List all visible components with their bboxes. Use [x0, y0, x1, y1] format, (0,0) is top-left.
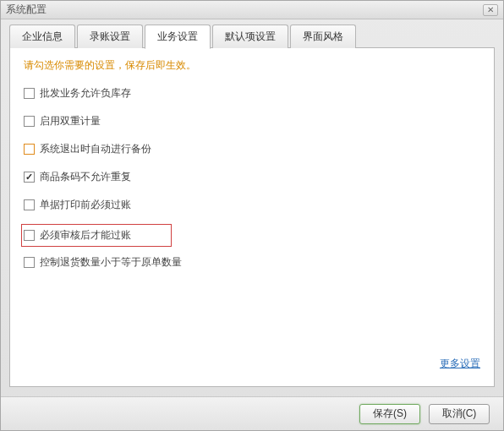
close-icon: ✕	[487, 5, 494, 14]
close-button[interactable]: ✕	[483, 4, 498, 16]
content-panel: 请勾选你需要的设置，保存后即生效。 批发业务允许负库存 启用双重计量 系统退出时…	[9, 47, 495, 387]
more-settings-link[interactable]: 更多设置	[24, 357, 480, 376]
checkbox-print-post[interactable]	[24, 199, 35, 210]
option-negative-stock: 批发业务允许负库存	[24, 85, 480, 102]
checkbox-barcode-unique[interactable]	[24, 172, 35, 183]
tab-company-info[interactable]: 企业信息	[9, 25, 75, 48]
system-config-window: 系统配置 ✕ 企业信息 录账设置 业务设置 默认项设置 界面风格 请勾选你需要的…	[0, 0, 504, 431]
cancel-button[interactable]: 取消(C)	[429, 404, 490, 424]
instruction-text: 请勾选你需要的设置，保存后即生效。	[24, 58, 480, 73]
tab-default-settings[interactable]: 默认项设置	[212, 25, 288, 48]
option-print-post: 单据打印前必须过账	[24, 196, 480, 214]
option-label: 控制退货数量小于等于原单数量	[40, 255, 182, 270]
checkbox-return-qty[interactable]	[24, 257, 35, 268]
checkbox-auto-backup[interactable]	[24, 144, 35, 155]
footer-bar: 保存(S) 取消(C)	[1, 396, 503, 430]
checkbox-negative-stock[interactable]	[24, 88, 35, 99]
tab-bar: 企业信息 录账设置 业务设置 默认项设置 界面风格	[1, 19, 503, 48]
tab-entry-settings[interactable]: 录账设置	[77, 25, 143, 48]
option-label: 必须审核后才能过账	[40, 228, 131, 243]
option-label: 单据打印前必须过账	[40, 198, 131, 212]
tab-business-settings[interactable]: 业务设置	[145, 25, 211, 49]
option-audit-post: 必须审核后才能过账	[21, 224, 172, 247]
titlebar: 系统配置 ✕	[1, 1, 503, 19]
checkbox-audit-post[interactable]	[24, 230, 35, 241]
window-title: 系统配置	[6, 3, 47, 17]
option-label: 启用双重计量	[40, 114, 101, 128]
option-label: 批发业务允许负库存	[40, 86, 131, 101]
options-list: 批发业务允许负库存 启用双重计量 系统退出时自动进行备份 商品条码不允许重复 单	[24, 85, 480, 357]
option-label: 系统退出时自动进行备份	[40, 142, 151, 156]
checkbox-dual-measure[interactable]	[24, 116, 35, 127]
option-return-qty: 控制退货数量小于等于原单数量	[24, 254, 480, 271]
option-dual-measure: 启用双重计量	[24, 112, 480, 130]
option-label: 商品条码不允许重复	[40, 170, 131, 184]
save-button[interactable]: 保存(S)	[359, 404, 420, 424]
content-area: 请勾选你需要的设置，保存后即生效。 批发业务允许负库存 启用双重计量 系统退出时…	[10, 48, 494, 386]
option-auto-backup: 系统退出时自动进行备份	[24, 140, 480, 158]
tab-ui-style[interactable]: 界面风格	[290, 25, 356, 48]
option-barcode-unique: 商品条码不允许重复	[24, 168, 480, 186]
